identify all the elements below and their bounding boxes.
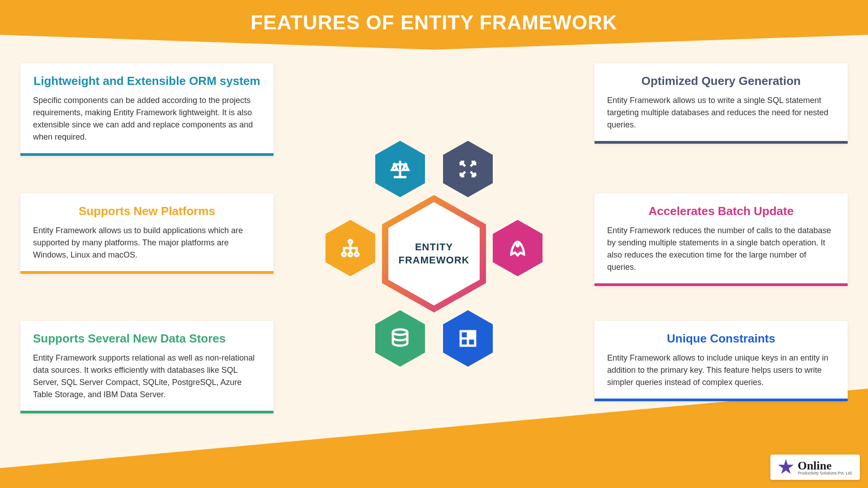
feature-card-platforms: Supports New Platforms Entity Framework …	[20, 193, 274, 274]
card-title: Supports New Platforms	[33, 204, 261, 218]
card-title: Optimized Query Generation	[607, 74, 835, 88]
hex-node-lightweight	[375, 141, 425, 197]
svg-point-4	[393, 329, 407, 335]
rocket-icon	[507, 237, 528, 259]
svg-point-3	[355, 253, 359, 256]
feature-card-batch-update: Accelerates Batch Update Entity Framewor…	[594, 193, 848, 286]
hierarchy-icon	[340, 237, 361, 259]
svg-point-1	[342, 253, 346, 256]
hex-center: ENTITY FRAMEWORK	[382, 195, 486, 313]
hex-node-platforms	[326, 220, 375, 277]
hex-node-data-stores	[375, 310, 425, 367]
card-body: Entity Framework allows to include uniqu…	[607, 352, 835, 389]
card-body: Entity Framework allows us to build appl…	[33, 225, 261, 261]
card-body: Entity Framework reduces the number of c…	[607, 225, 835, 273]
svg-point-0	[349, 240, 352, 244]
grid-icon	[457, 328, 479, 349]
hex-node-constraints	[443, 310, 493, 367]
logo-subtitle: Productivity Solutions Pvt. Ltd.	[797, 471, 853, 475]
card-body: Entity Framework supports relational as …	[33, 352, 261, 401]
hex-node-batch	[493, 220, 542, 277]
card-title: Accelerates Batch Update	[607, 204, 835, 218]
card-body: Entity Framework allows us to write a si…	[607, 94, 835, 131]
hexagon-cluster: ENTITY FRAMEWORK	[316, 136, 552, 371]
feature-card-query-generation: Optimized Query Generation Entity Framew…	[594, 63, 848, 144]
logo-brand-text: Online	[797, 459, 831, 472]
card-body: Specific components can be added accordi…	[33, 94, 261, 143]
logo-swirl-icon	[778, 459, 794, 475]
feature-card-data-stores: Supports Several New Data Stores Entity …	[20, 321, 274, 413]
hex-node-query	[443, 141, 493, 197]
scales-icon	[389, 158, 411, 180]
svg-rect-6	[468, 331, 475, 338]
brand-logo: Online Productivity Solutions Pvt. Ltd.	[770, 455, 860, 480]
database-icon	[389, 328, 411, 349]
card-title: Unique Constraints	[607, 332, 835, 346]
card-title: Supports Several New Data Stores	[33, 332, 261, 346]
page-title: FEATURES OF ENTITY FRAMEWORK	[250, 11, 617, 34]
svg-point-2	[349, 253, 352, 256]
center-label: ENTITY FRAMEWORK	[388, 241, 480, 267]
feature-card-lightweight: Lightweight and Extensible ORM system Sp…	[20, 63, 274, 156]
feature-card-unique-constraints: Unique Constraints Entity Framework allo…	[594, 321, 848, 401]
expand-icon	[457, 158, 479, 180]
card-title: Lightweight and Extensible ORM system	[33, 74, 261, 88]
header-banner: FEATURES OF ENTITY FRAMEWORK	[0, 0, 868, 50]
